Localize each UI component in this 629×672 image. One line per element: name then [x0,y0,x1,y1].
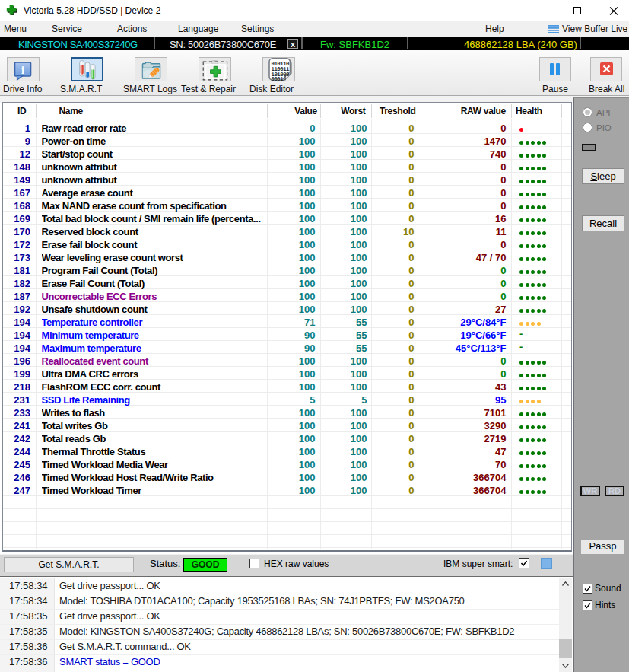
svg-text:0001: 0001 [272,77,284,81]
svg-text:i: i [21,65,24,76]
